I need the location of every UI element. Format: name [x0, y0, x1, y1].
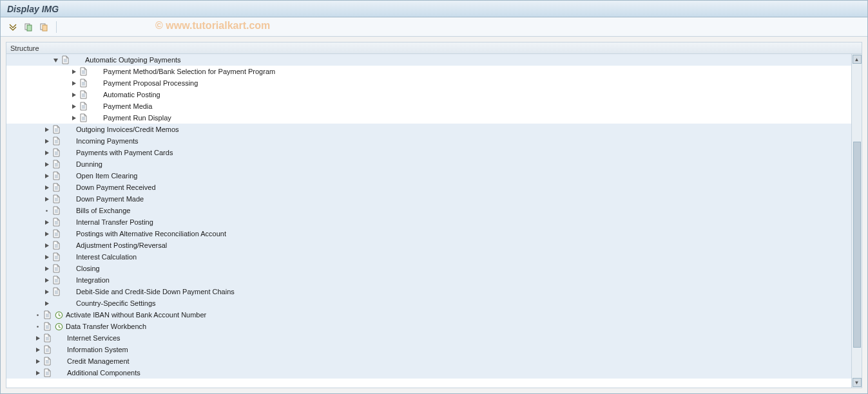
img-activity-document-icon[interactable] [43, 345, 52, 354]
img-activity-document-icon[interactable] [52, 264, 61, 273]
tree-row[interactable]: Automatic Outgoing Payments [6, 54, 851, 66]
img-activity-document-icon[interactable] [61, 55, 70, 64]
tree-scroll-area[interactable]: Automatic Outgoing PaymentsPayment Metho… [6, 54, 851, 388]
expand-closed-icon[interactable] [43, 218, 50, 226]
tree-row[interactable]: Information System [6, 344, 851, 355]
expand-closed-icon[interactable] [43, 241, 50, 249]
img-activity-document-icon[interactable] [52, 183, 61, 192]
img-activity-document-icon[interactable] [43, 333, 52, 342]
expand-closed-icon[interactable] [43, 149, 50, 156]
expand-closed-icon[interactable] [43, 253, 50, 261]
img-activity-document-icon[interactable] [52, 148, 61, 157]
expand-closed-icon[interactable] [70, 114, 77, 122]
tree-node-label: Automatic Outgoing Payments [85, 56, 181, 64]
expand-closed-icon[interactable] [34, 369, 41, 377]
tree-row[interactable]: Down Payment Made [6, 193, 851, 205]
scroll-down-button[interactable]: ▼ [853, 378, 862, 387]
tree-row[interactable]: Down Payment Received [6, 182, 851, 193]
scroll-thumb[interactable] [853, 142, 861, 348]
expand-closed-icon[interactable] [43, 137, 50, 145]
expand-closed-icon[interactable] [34, 346, 41, 353]
tree-row[interactable]: Outgoing Invoices/Credit Memos [6, 124, 851, 135]
img-activity-document-icon[interactable] [52, 287, 61, 296]
tree-row[interactable]: Country-Specific Settings [6, 297, 851, 309]
expand-closed-icon[interactable] [70, 79, 77, 87]
img-activity-document-icon[interactable] [52, 229, 61, 238]
release-notes-icon[interactable] [38, 21, 50, 33]
tree-node-label: Outgoing Invoices/Credit Memos [76, 126, 179, 133]
expand-closed-icon[interactable] [43, 276, 50, 284]
tree-row[interactable]: Activate IBAN without Bank Account Numbe… [6, 309, 851, 321]
img-activity-document-icon[interactable] [52, 252, 61, 261]
img-activity-document-icon[interactable] [52, 206, 61, 215]
existing-bc-sets-icon[interactable] [23, 21, 34, 33]
tree-row[interactable]: Postings with Alternative Reconciliation… [6, 228, 851, 239]
tree-row[interactable]: Integration [6, 274, 851, 286]
tree-node-label: Payment Run Display [103, 114, 171, 122]
img-activity-document-icon[interactable] [52, 160, 61, 169]
expand-closed-icon[interactable] [43, 172, 50, 180]
execute-clock-icon[interactable] [54, 310, 63, 319]
title-bar: Display IMG [1, 1, 867, 17]
img-activity-document-icon[interactable] [43, 322, 52, 331]
img-activity-document-icon[interactable] [52, 171, 61, 180]
img-activity-document-icon[interactable] [79, 79, 88, 88]
img-activity-document-icon[interactable] [52, 136, 61, 145]
tree-row[interactable]: Payment Media [6, 100, 851, 112]
tree-row[interactable]: Dunning [6, 158, 851, 170]
expand-closed-icon[interactable] [70, 102, 77, 110]
expand-closed-icon[interactable] [43, 230, 50, 238]
img-activity-document-icon[interactable] [52, 125, 61, 134]
tree-column-header[interactable]: Structure [6, 42, 862, 54]
tree-row[interactable]: Additional Components [6, 367, 851, 379]
svg-point-7 [37, 326, 39, 328]
img-activity-document-icon[interactable] [52, 218, 61, 227]
img-activity-document-icon[interactable] [79, 67, 88, 76]
tree-row[interactable]: Bills of Exchange [6, 205, 851, 216]
expand-closed-icon[interactable] [34, 357, 41, 365]
scroll-up-button[interactable]: ▲ [853, 55, 862, 64]
tree-row[interactable]: Closing [6, 263, 851, 274]
toolbar: © www.tutorialkart.com [1, 17, 867, 37]
tree-row[interactable]: Data Transfer Workbench [6, 321, 851, 332]
expand-subtree-icon[interactable] [7, 21, 19, 33]
expand-closed-icon[interactable] [43, 299, 50, 307]
img-activity-document-icon[interactable] [43, 357, 52, 366]
img-activity-document-icon[interactable] [79, 102, 88, 111]
tree-row[interactable]: Payment Proposal Processing [6, 77, 851, 89]
watermark-text: © www.tutorialkart.com [155, 20, 270, 32]
tree-row[interactable]: Credit Management [6, 355, 851, 367]
tree-row[interactable]: Automatic Posting [6, 89, 851, 100]
expand-open-icon[interactable] [52, 56, 59, 64]
img-activity-document-icon[interactable] [43, 368, 52, 377]
img-activity-document-icon[interactable] [52, 194, 61, 203]
expand-closed-icon[interactable] [43, 126, 50, 133]
tree-row[interactable]: Debit-Side and Credit-Side Down Payment … [6, 286, 851, 297]
tree-row[interactable]: Open Item Clearing [6, 170, 851, 182]
tree-row[interactable]: Adjustment Posting/Reversal [6, 239, 851, 251]
expand-closed-icon[interactable] [43, 265, 50, 272]
img-activity-document-icon[interactable] [52, 276, 61, 285]
expand-closed-icon[interactable] [43, 160, 50, 168]
tree-row[interactable]: Internal Transfer Posting [6, 216, 851, 228]
expand-closed-icon[interactable] [43, 288, 50, 296]
expand-closed-icon[interactable] [70, 68, 77, 75]
execute-clock-icon[interactable] [54, 322, 63, 331]
tree-row[interactable]: Incoming Payments [6, 135, 851, 147]
tree-row[interactable]: Payments with Payment Cards [6, 147, 851, 158]
expand-closed-icon[interactable] [43, 183, 50, 191]
img-activity-document-icon[interactable] [79, 113, 88, 122]
tree-row[interactable]: Internet Services [6, 332, 851, 344]
vertical-scrollbar[interactable]: ▲ ▼ [851, 54, 862, 388]
img-activity-document-icon[interactable] [79, 90, 88, 99]
expand-closed-icon[interactable] [70, 91, 77, 98]
expand-closed-icon[interactable] [43, 195, 50, 203]
tree-row[interactable]: Payment Run Display [6, 112, 851, 124]
tree-row[interactable]: Interest Calculation [6, 251, 851, 263]
scroll-track[interactable] [853, 64, 862, 377]
img-activity-document-icon[interactable] [52, 241, 61, 250]
page-title: Display IMG [7, 4, 59, 14]
img-activity-document-icon[interactable] [43, 310, 52, 319]
tree-row[interactable]: Payment Method/Bank Selection for Paymen… [6, 66, 851, 77]
expand-closed-icon[interactable] [34, 334, 41, 342]
